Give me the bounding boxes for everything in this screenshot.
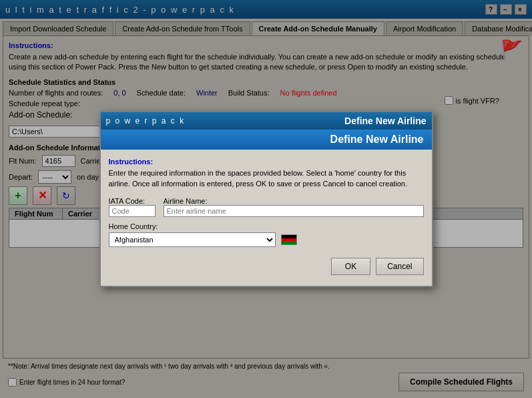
- modal-country-label: Home Country:: [109, 222, 424, 230]
- modal-country-select[interactable]: Afghanistan Albania Algeria Andorra Ango…: [109, 232, 276, 247]
- country-flag-icon: [281, 234, 297, 245]
- modal-iata-input[interactable]: [109, 205, 156, 217]
- define-airline-modal: p o w e r p a c k Define New Airline Def…: [99, 111, 433, 287]
- modal-header-title: Define New Airline: [330, 134, 424, 145]
- modal-ok-button[interactable]: OK: [331, 258, 370, 275]
- modal-instructions-text: Enter the required information in the sp…: [109, 168, 424, 189]
- modal-airline-name-label: Airline Name:: [164, 197, 424, 205]
- modal-header-bar: Define New Airline: [101, 130, 432, 150]
- modal-iata-row: IATA Code: Airline Name:: [109, 197, 424, 217]
- modal-country-select-row: Afghanistan Albania Algeria Andorra Ango…: [109, 232, 424, 247]
- modal-country-row: Home Country: Afghanistan Albania Algeri…: [109, 222, 424, 247]
- modal-airline-group: Airline Name:: [164, 197, 424, 217]
- modal-iata-group: IATA Code:: [109, 197, 156, 217]
- modal-title-left: p o w e r p a c k: [106, 116, 186, 126]
- modal-body: Instructions: Enter the required informa…: [101, 150, 432, 286]
- modal-airline-name-input[interactable]: [164, 205, 424, 217]
- modal-buttons: OK Cancel: [109, 255, 424, 278]
- modal-cancel-button[interactable]: Cancel: [376, 258, 423, 275]
- modal-instructions-label: Instructions:: [109, 158, 424, 166]
- modal-titlebar: p o w e r p a c k Define New Airline: [101, 112, 432, 130]
- modal-title-right: Define New Airline: [344, 116, 426, 126]
- modal-overlay: p o w e r p a c k Define New Airline Def…: [0, 0, 532, 398]
- modal-iata-label: IATA Code:: [109, 197, 156, 205]
